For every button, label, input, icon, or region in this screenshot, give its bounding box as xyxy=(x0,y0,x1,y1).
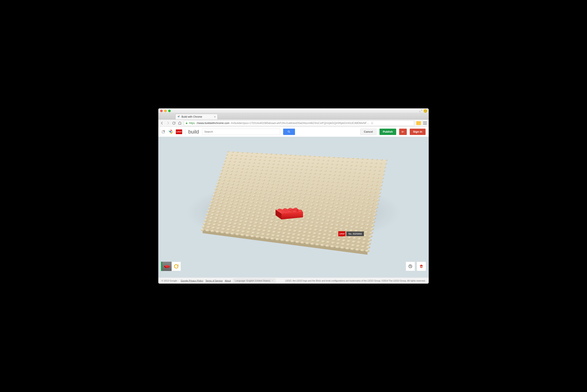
svg-point-801 xyxy=(247,228,251,230)
svg-point-245 xyxy=(371,180,373,182)
svg-point-142 xyxy=(368,170,371,171)
svg-point-100 xyxy=(331,164,333,165)
svg-point-435 xyxy=(298,196,301,198)
fullscreen-icon[interactable] xyxy=(419,110,422,112)
language-selector[interactable]: Language: English (United States) xyxy=(233,278,276,283)
svg-point-469 xyxy=(296,199,300,201)
svg-point-74 xyxy=(370,162,372,164)
svg-point-39 xyxy=(366,158,368,160)
svg-point-342 xyxy=(344,189,347,191)
extension-badge[interactable] xyxy=(416,121,421,125)
svg-point-439 xyxy=(317,198,320,199)
about-link[interactable]: About xyxy=(225,280,231,282)
svg-point-857 xyxy=(356,245,360,247)
svg-point-417 xyxy=(377,199,379,201)
svg-point-26 xyxy=(304,155,306,156)
svg-point-745 xyxy=(309,228,313,230)
svg-point-493 xyxy=(247,198,250,200)
builder-canvas[interactable]: LEGO No. 8325950 xyxy=(159,137,428,278)
svg-point-344 xyxy=(354,190,357,191)
svg-point-579 xyxy=(333,213,337,215)
svg-point-123 xyxy=(277,164,279,165)
svg-point-528 xyxy=(250,202,254,204)
reload-button-icon[interactable] xyxy=(172,121,176,125)
svg-point-614 xyxy=(337,217,341,219)
svg-point-880 xyxy=(300,242,305,244)
svg-point-156 xyxy=(271,167,274,168)
svg-point-132 xyxy=(320,166,323,168)
svg-point-214 xyxy=(221,170,223,171)
svg-point-258 xyxy=(268,176,271,178)
svg-point-404 xyxy=(313,194,316,195)
close-window-button[interactable] xyxy=(160,110,163,112)
publish-button[interactable]: Publish xyxy=(379,128,396,135)
svg-point-94 xyxy=(302,162,304,163)
svg-point-709 xyxy=(300,224,304,226)
svg-point-244 xyxy=(366,180,368,182)
svg-point-609 xyxy=(313,214,316,216)
svg-point-608 xyxy=(308,214,311,216)
svg-point-196 xyxy=(299,172,302,174)
svg-point-689 xyxy=(370,228,374,230)
svg-point-56 xyxy=(284,157,286,158)
svg-point-682 xyxy=(336,224,339,226)
back-button-icon[interactable] xyxy=(160,121,164,125)
maximize-window-button[interactable] xyxy=(168,110,171,112)
svg-point-297 xyxy=(291,182,294,183)
minimize-window-button[interactable] xyxy=(164,110,167,112)
svg-point-756 xyxy=(364,235,367,237)
tos-link[interactable]: Terms of Service xyxy=(205,280,223,282)
rotate-button[interactable] xyxy=(172,262,181,271)
svg-point-581 xyxy=(343,214,346,216)
svg-point-220 xyxy=(250,172,252,173)
svg-point-483 xyxy=(365,206,368,207)
svg-point-681 xyxy=(331,224,334,226)
svg-point-354 xyxy=(236,184,239,186)
svg-point-787 xyxy=(348,236,352,239)
delete-button[interactable] xyxy=(417,262,426,271)
active-tab[interactable]: Build with Chrome × xyxy=(175,114,218,119)
svg-point-129 xyxy=(306,166,308,167)
address-bar[interactable]: https ://www.buildwithchrome.com /m/buil… xyxy=(184,120,414,126)
google-plus-button[interactable] xyxy=(399,128,407,135)
chrome-menu-icon[interactable] xyxy=(423,122,427,124)
svg-point-392 xyxy=(254,188,257,190)
home-button-icon[interactable] xyxy=(178,121,182,125)
bookmark-star-icon[interactable] xyxy=(371,122,374,124)
svg-point-383 xyxy=(377,196,380,197)
popout-icon[interactable] xyxy=(161,130,165,134)
search-input[interactable] xyxy=(202,130,280,133)
search-button[interactable] xyxy=(283,128,295,135)
svg-point-628 xyxy=(238,210,241,212)
app-header: LEGO build Cancel Publish Sign in xyxy=(159,127,428,137)
svg-point-206 xyxy=(348,175,350,176)
svg-point-77 xyxy=(385,163,387,164)
svg-point-86 xyxy=(263,160,266,161)
privacy-link[interactable]: Google Privacy Policy xyxy=(181,280,203,282)
svg-point-840 xyxy=(271,234,276,236)
svg-point-440 xyxy=(322,198,325,200)
svg-point-765 xyxy=(239,224,243,226)
svg-point-695 xyxy=(231,216,234,218)
svg-point-239 xyxy=(342,178,344,180)
svg-point-312 xyxy=(364,187,367,188)
undo-button[interactable] xyxy=(406,262,415,271)
svg-point-73 xyxy=(365,162,367,163)
svg-point-272 xyxy=(336,182,339,183)
svg-point-590 xyxy=(219,205,223,207)
smiley-extension-icon[interactable] xyxy=(423,109,427,113)
cancel-button[interactable]: Cancel xyxy=(360,128,377,135)
forward-button-icon[interactable] xyxy=(166,121,170,125)
svg-point-565 xyxy=(264,206,268,208)
svg-point-336 xyxy=(315,187,318,188)
svg-point-147 xyxy=(228,164,230,165)
svg-point-140 xyxy=(359,169,361,170)
svg-point-198 xyxy=(309,172,311,174)
brick-selector-button[interactable] xyxy=(162,262,172,271)
svg-point-184 xyxy=(241,168,244,170)
signin-button[interactable]: Sign in xyxy=(410,128,426,135)
svg-point-60 xyxy=(303,158,305,160)
svg-point-501 xyxy=(286,202,289,204)
svg-point-521 xyxy=(216,198,219,200)
tab-close-icon[interactable]: × xyxy=(214,115,216,118)
